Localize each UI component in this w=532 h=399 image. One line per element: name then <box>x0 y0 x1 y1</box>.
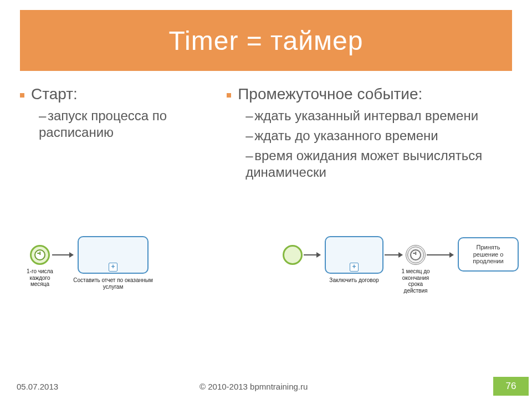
right-item-1: –ждать до указанного времени <box>245 127 512 144</box>
column-right: Промежуточное событие: –ждать указанный … <box>227 85 512 184</box>
inter-event-label: 1 месяц до окончания срока действия <box>395 268 437 294</box>
timer-start-event-icon <box>30 245 50 265</box>
footer-copyright: © 2010-2013 bpmntraining.ru <box>194 377 493 396</box>
task-box: + <box>325 236 383 274</box>
right-heading: Промежуточное событие: <box>227 85 512 103</box>
right-item-2: –время ожидания может вычисляться динами… <box>245 147 512 181</box>
task-label: Составить отчет по оказанным услугам <box>68 277 158 290</box>
diagrams-row: 1-го числа каждого месяца + Составить от… <box>20 233 512 332</box>
left-heading: Старт: <box>20 85 210 103</box>
subprocess-marker-icon: + <box>350 263 359 272</box>
sequence-flow-icon <box>427 254 453 255</box>
sequence-flow-icon <box>52 254 73 255</box>
slide: Timer = таймер Старт: –запуск процесса п… <box>0 0 532 399</box>
right-heading-text: Промежуточное событие: <box>238 85 422 103</box>
task-box: Принять решение о продлении <box>458 237 519 272</box>
task-box: + <box>78 236 149 274</box>
diagram-start-timer: 1-го числа каждого месяца + Составить от… <box>20 233 249 332</box>
content-columns: Старт: –запуск процесса по расписанию Пр… <box>20 85 512 184</box>
slide-title: Timer = таймер <box>169 25 364 56</box>
task1-label: Заключить договор <box>318 277 390 284</box>
footer: 05.07.2013 © 2010-2013 bpmntraining.ru 7… <box>3 377 529 396</box>
clock-icon <box>410 249 421 260</box>
footer-page-number: 76 <box>493 377 529 396</box>
diagram-intermediate-timer: + Заключить договор 1 месяц до окончания… <box>283 233 512 332</box>
start-event-icon <box>283 245 303 265</box>
title-bar: Timer = таймер <box>20 10 512 71</box>
sequence-flow-icon <box>304 254 320 255</box>
right-item-0: –ждать указанный интервал времени <box>245 108 512 124</box>
column-left: Старт: –запуск процесса по расписанию <box>20 85 210 184</box>
sequence-flow-icon <box>385 254 402 255</box>
footer-date: 05.07.2013 <box>3 377 194 396</box>
bullet-icon <box>227 93 231 98</box>
left-heading-text: Старт: <box>31 85 78 103</box>
right-sublist: –ждать указанный интервал времени –ждать… <box>245 108 512 181</box>
bullet-icon <box>20 93 24 98</box>
intermediate-timer-event-icon <box>406 245 426 265</box>
left-sublist: –запуск процесса по расписанию <box>39 108 210 141</box>
clock-icon <box>34 249 45 260</box>
start-event-label: 1-го числа каждого месяца <box>20 268 60 288</box>
subprocess-marker-icon: + <box>109 263 117 272</box>
task2-label: Принять решение о продлении <box>473 244 503 265</box>
left-item-0: –запуск процесса по расписанию <box>39 108 210 141</box>
